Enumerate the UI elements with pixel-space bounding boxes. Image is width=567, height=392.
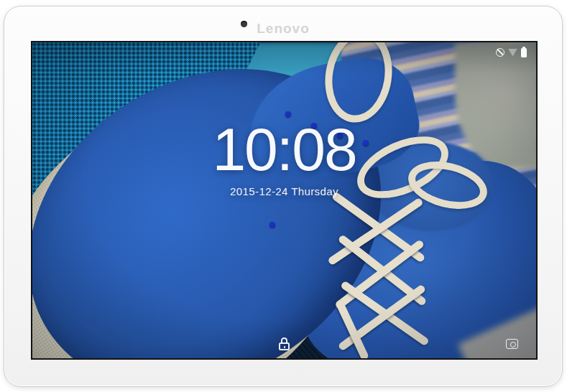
battery-icon (521, 48, 527, 57)
clock-date: 2015-12-24 Thursday (32, 186, 536, 197)
camera-icon (506, 339, 518, 349)
unlock-area[interactable] (32, 337, 536, 350)
lock-icon[interactable] (279, 337, 290, 350)
tablet-body: Lenovo (4, 6, 563, 387)
wallpaper-vignette (32, 42, 536, 358)
lockscreen-clock: 10:08 2015-12-24 Thursday (32, 118, 536, 197)
status-bar (496, 47, 527, 57)
lockscreen[interactable]: 10:08 2015-12-24 Thursday (31, 41, 538, 360)
lock-body (279, 342, 290, 350)
camera-shortcut[interactable] (506, 339, 518, 349)
product-photo-stage: Lenovo (0, 0, 567, 392)
do-not-disturb-icon (496, 48, 504, 57)
brand-logo: Lenovo (4, 21, 562, 37)
wifi-icon (508, 49, 517, 57)
clock-time: 10:08 (32, 118, 536, 180)
